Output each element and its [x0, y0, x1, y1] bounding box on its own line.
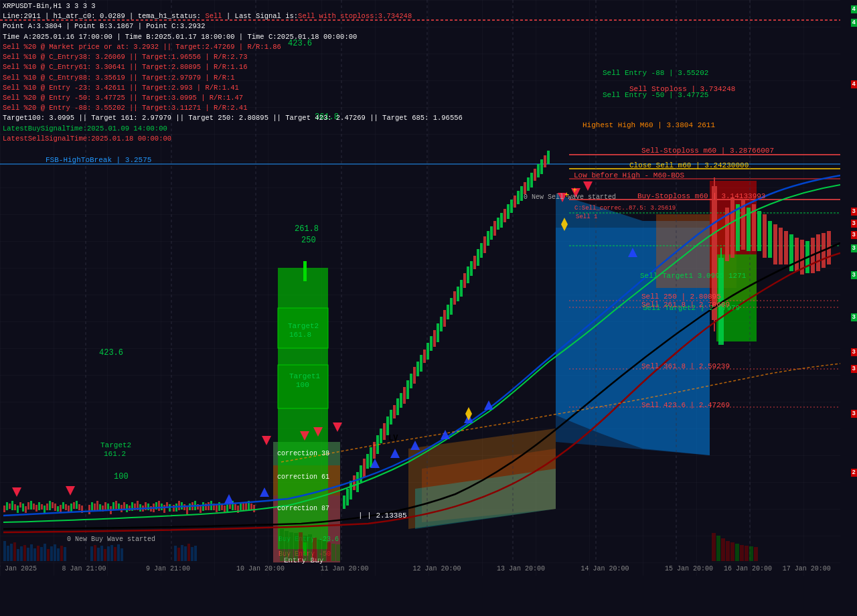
- svg-rect-125: [242, 504, 244, 510]
- right-label-3: 4: [851, 80, 857, 88]
- svg-rect-152: [416, 362, 419, 376]
- svg-rect-59: [60, 505, 62, 513]
- svg-rect-327: [712, 533, 716, 561]
- svg-text:correction 61: correction 61: [277, 473, 329, 481]
- right-label-4: 3: [851, 208, 857, 216]
- svg-rect-318: [117, 544, 120, 561]
- svg-rect-335: [749, 546, 753, 561]
- svg-rect-149: [406, 380, 409, 399]
- svg-rect-165: [460, 280, 463, 297]
- svg-rect-96: [163, 505, 165, 513]
- svg-rect-146: [396, 398, 399, 415]
- svg-rect-52: [41, 504, 43, 510]
- svg-rect-300: [294, 533, 298, 561]
- svg-rect-109: [200, 506, 202, 513]
- svg-rect-122: [234, 504, 236, 510]
- svg-rect-159: [440, 317, 443, 331]
- svg-text:Sell Target1 3.0995 1271: Sell Target1 3.0995 1271: [640, 272, 747, 280]
- svg-rect-332: [735, 544, 739, 561]
- time-label-jan11: 11 Jan 20:00: [321, 565, 369, 572]
- svg-rect-141: [380, 429, 382, 443]
- svg-rect-321: [177, 548, 180, 561]
- svg-rect-143: [386, 416, 389, 435]
- time-axis: 7 Jan 2025 8 Jan 21:00 9 Jan 21:00 10 Ja…: [0, 565, 840, 577]
- svg-text:Sell-Stoploss m60 | 3.28766007: Sell-Stoploss m60 | 3.28766007: [641, 147, 774, 155]
- svg-rect-203: [757, 211, 761, 251]
- header-line7: Sell %10 @ C_Entry88: 3.35619 || Target:…: [3, 73, 463, 83]
- svg-rect-68: [88, 505, 90, 514]
- header-line1: Line:2911 | h1_atr_c0: 0.0289 | tema_h1_…: [3, 11, 463, 21]
- svg-rect-99: [173, 505, 175, 512]
- svg-rect-279: [7, 546, 9, 561]
- svg-rect-160: [443, 310, 446, 327]
- svg-rect-278: [3, 541, 6, 561]
- svg-rect-182: [517, 191, 520, 204]
- svg-rect-138: [370, 447, 372, 467]
- svg-rect-154: [423, 350, 426, 363]
- svg-rect-172: [483, 236, 486, 253]
- right-label-7: 3: [851, 244, 857, 252]
- svg-rect-156: [430, 336, 433, 351]
- header-line2: Point A:3.3804 | Point B:3.1867 | Point …: [3, 21, 463, 31]
- svg-rect-164: [457, 287, 459, 301]
- svg-rect-80: [121, 505, 123, 512]
- svg-rect-75: [107, 504, 109, 510]
- svg-text:100: 100: [114, 472, 129, 481]
- svg-rect-333: [740, 545, 744, 561]
- right-label-10: 3: [851, 348, 857, 356]
- svg-rect-51: [38, 502, 40, 510]
- svg-rect-94: [158, 501, 160, 511]
- time-label-jan8: 8 Jan 21:00: [62, 565, 106, 572]
- svg-rect-70: [94, 504, 96, 510]
- right-label-2: 4: [851, 19, 857, 27]
- svg-rect-64: [73, 502, 75, 509]
- svg-rect-151: [413, 367, 416, 384]
- svg-text:| | 2.13385: | | 2.13385: [358, 512, 407, 520]
- svg-rect-206: [773, 224, 777, 264]
- svg-rect-171: [480, 243, 483, 258]
- svg-rect-112: [208, 502, 210, 510]
- svg-rect-330: [726, 541, 730, 561]
- right-label-1: 4: [851, 5, 857, 13]
- svg-text:Close Sell m60 | 3.24230000: Close Sell m60 | 3.24230000: [629, 161, 749, 169]
- svg-rect-47: [27, 502, 29, 510]
- svg-rect-118: [224, 506, 226, 513]
- svg-rect-157: [433, 330, 436, 347]
- svg-text:0 New Buy Wave started: 0 New Buy Wave started: [67, 536, 155, 543]
- svg-rect-328: [716, 536, 720, 561]
- svg-rect-142: [383, 423, 386, 440]
- right-axis: 4 4 4 3 3 3 3 3 3 3 3 3 2: [841, 0, 857, 562]
- svg-text:100: 100: [296, 381, 309, 389]
- svg-rect-48: [30, 501, 32, 510]
- svg-text:Highest High M60 | 3.3804 2611: Highest High M60 | 3.3804 2611: [582, 121, 715, 129]
- svg-rect-134: [356, 472, 359, 492]
- svg-rect-298: [285, 531, 289, 561]
- time-label-jan16: 16 Jan 20:00: [724, 565, 772, 572]
- svg-text:250: 250: [301, 236, 316, 245]
- svg-rect-301: [299, 532, 303, 561]
- svg-rect-55: [49, 501, 51, 510]
- svg-rect-326: [194, 546, 197, 561]
- svg-text:Sell 1: Sell 1: [576, 214, 597, 220]
- svg-rect-126: [245, 502, 247, 511]
- svg-rect-307: [327, 542, 331, 561]
- svg-rect-312: [97, 548, 100, 561]
- svg-rect-325: [191, 547, 193, 561]
- svg-rect-60: [62, 502, 64, 509]
- svg-rect-336: [754, 547, 758, 561]
- svg-rect-56: [52, 502, 54, 508]
- svg-text:Sell  361.8 | 2.59239: Sell 361.8 | 2.59239: [641, 362, 730, 370]
- svg-rect-281: [13, 542, 16, 561]
- svg-rect-174: [490, 226, 493, 240]
- svg-text:Sell Entry -88 | 3.55202: Sell Entry -88 | 3.55202: [603, 69, 708, 77]
- header-line12: LatestBuySignalTime:2025.01.09 14:00:00: [3, 124, 463, 134]
- svg-rect-205: [768, 221, 772, 258]
- svg-rect-185: [527, 177, 530, 191]
- svg-rect-303: [308, 534, 312, 561]
- svg-text:correction 38: correction 38: [277, 450, 329, 457]
- svg-rect-150: [410, 374, 412, 388]
- svg-rect-305: [317, 540, 321, 561]
- svg-rect-136: [363, 459, 366, 477]
- svg-rect-43: [17, 506, 19, 513]
- svg-rect-78: [115, 501, 117, 510]
